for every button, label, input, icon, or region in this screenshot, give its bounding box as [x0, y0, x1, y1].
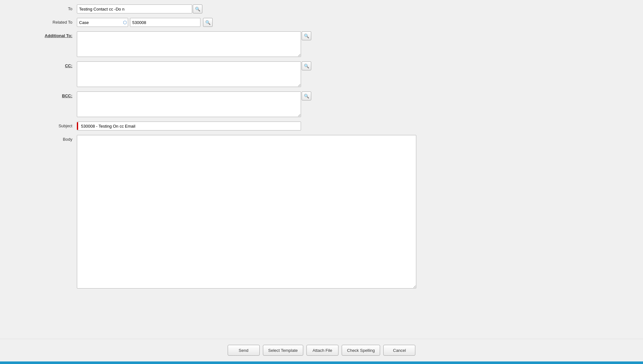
- lookup-icon: 🔍: [195, 7, 200, 12]
- additional-to-label: Additional To:: [13, 31, 77, 38]
- to-input[interactable]: [77, 4, 192, 13]
- related-id-input[interactable]: [130, 18, 200, 27]
- related-to-row: Related To Case ⬡ 🔍: [13, 17, 630, 28]
- to-lookup-button[interactable]: 🔍: [193, 4, 202, 13]
- related-to-wrap: Case ⬡ 🔍: [77, 18, 213, 27]
- additional-to-field-wrap: 🔍: [77, 31, 630, 57]
- body-label: Body: [13, 135, 77, 142]
- bcc-lookup-icon: 🔍: [304, 94, 309, 99]
- body-row: Body: [13, 134, 630, 290]
- bcc-field-wrap: 🔍: [77, 91, 630, 117]
- bcc-row: BCC: 🔍: [13, 90, 630, 118]
- footer-bar: Send Select Template Attach File Check S…: [0, 339, 643, 361]
- cc-label: CC:: [13, 61, 77, 68]
- to-row: To 🔍: [13, 3, 630, 15]
- additional-to-row: Additional To: 🔍: [13, 30, 630, 58]
- body-field-wrap: [77, 135, 630, 289]
- related-to-label: Related To: [13, 18, 77, 25]
- cancel-button[interactable]: Cancel: [383, 345, 415, 356]
- check-spelling-button[interactable]: Check Spelling: [342, 345, 380, 356]
- select-template-button[interactable]: Select Template: [263, 345, 303, 356]
- additional-to-lookup-button[interactable]: 🔍: [302, 31, 311, 40]
- related-lookup-button[interactable]: 🔍: [203, 18, 213, 27]
- related-type-select[interactable]: Case: [77, 18, 128, 27]
- send-button[interactable]: Send: [228, 345, 260, 356]
- subject-required-indicator: [77, 122, 78, 130]
- bcc-textarea[interactable]: [77, 91, 301, 117]
- subject-label: Subject: [13, 122, 77, 128]
- related-type-wrapper: Case ⬡: [77, 18, 128, 27]
- subject-input[interactable]: [77, 122, 301, 131]
- subject-row: Subject: [13, 120, 630, 132]
- subject-field-wrap: [77, 122, 630, 131]
- subject-input-wrapper: [77, 122, 301, 131]
- cc-row: CC: 🔍: [13, 60, 630, 88]
- attach-file-button[interactable]: Attach File: [306, 345, 338, 356]
- to-label: To: [13, 4, 77, 11]
- bcc-label: BCC:: [13, 91, 77, 98]
- body-textarea[interactable]: [77, 135, 416, 289]
- bcc-lookup-button[interactable]: 🔍: [302, 91, 311, 100]
- bottom-accent-bar: [0, 361, 643, 364]
- additional-lookup-icon: 🔍: [304, 34, 309, 38]
- additional-to-textarea[interactable]: [77, 31, 301, 57]
- to-field-wrap: 🔍: [77, 4, 630, 13]
- cc-lookup-button[interactable]: 🔍: [302, 61, 311, 70]
- cc-textarea[interactable]: [77, 61, 301, 87]
- cc-field-wrap: 🔍: [77, 61, 630, 87]
- related-to-field-wrap: Case ⬡ 🔍: [77, 18, 630, 27]
- cc-lookup-icon: 🔍: [304, 64, 309, 68]
- related-lookup-icon: 🔍: [205, 20, 211, 25]
